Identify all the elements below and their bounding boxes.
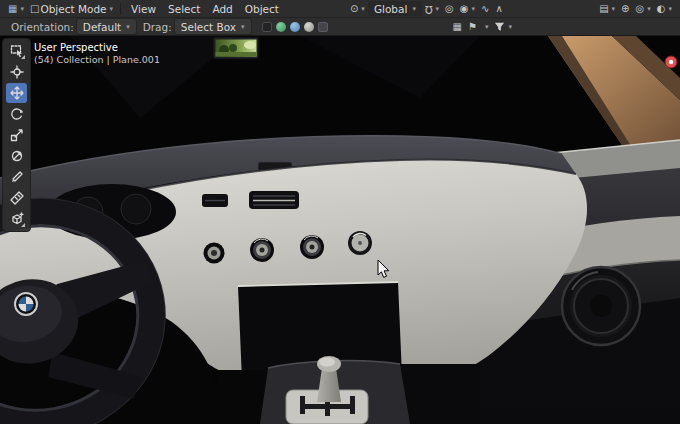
mode-sphere-gray-icon[interactable] [304,22,314,32]
divider [120,3,121,15]
chevron-down-icon: ▾ [412,5,416,13]
flag-icon: ⚑ [468,22,477,32]
knob-1[interactable] [204,243,225,264]
knob-2[interactable] [250,238,274,262]
object-mode-icon: □ [30,4,39,14]
pivot-point-button[interactable]: ⊙ ▾ [347,4,368,14]
proportional-edit-button[interactable]: ◎ [442,4,457,14]
mode-dropdown[interactable]: □ Object Mode ▾ [27,3,116,15]
mode-label: Object Mode [40,3,106,15]
visibility-dropdown[interactable]: ▤ ▾ [596,4,618,14]
editor-type-button[interactable]: ▦ ▾ [5,4,27,14]
shading-icon: ◐ [657,4,666,14]
overlays-icon: ◎ [636,4,645,14]
measure-ruler-icon [10,191,24,205]
viewport-header: ▦ ▾ □ Object Mode ▾ View Select Add Obje… [0,0,680,18]
transform-orientation-dropdown[interactable]: Global ▾ [368,1,422,16]
rotate-icon [10,107,24,121]
chevron-down-icon: ▾ [508,23,512,31]
steering-wheel-emblem[interactable] [15,293,37,315]
bookmark-button[interactable]: ⚑ [465,22,480,32]
chevron-down-icon: ▾ [361,5,365,13]
viewport-canvas[interactable] [0,36,680,424]
chevron-down-icon: ▾ [472,5,476,13]
tool-transform-button[interactable] [6,146,27,166]
gizmo-toggle-button[interactable]: ⊕ [618,4,632,14]
menu-select[interactable]: Select [162,3,206,15]
drag-select[interactable]: Select Box ▾ [174,18,252,35]
checker-toggle-button[interactable]: ▦ [450,22,465,32]
3d-viewport[interactable]: User Perspective (54) Collection | Plane… [0,36,680,424]
chevron-down-icon: ▾ [436,5,440,13]
transform-icon [10,149,24,163]
drag-label: Drag: [143,21,172,33]
filter-funnel-icon [494,21,505,32]
knob-3[interactable] [300,235,324,259]
shading-dropdown[interactable]: ◐ ▾ [654,4,675,14]
door-speaker[interactable] [562,267,640,345]
tool-add-cube-button[interactable] [6,209,27,229]
mode-sphere-green-icon[interactable] [276,22,286,32]
3d-cursor-icon [10,65,24,79]
menu-view[interactable]: View [125,3,162,15]
chevron-down-icon: ▾ [612,5,616,13]
filter-button[interactable]: ▾ [491,21,515,32]
tool-select-box-button[interactable] [6,41,27,61]
falloff-dropdown[interactable]: ◉ ▾ [457,4,478,14]
snap-angle-button[interactable]: ∧ [492,4,505,14]
tool-shelf [2,38,31,232]
mode-icon-1[interactable] [262,22,272,32]
list-dropdown[interactable]: ▾ [480,23,492,31]
menu-object[interactable]: Object [239,3,285,15]
drag-select-value: Select Box [181,21,236,33]
annotate-pencil-icon [10,170,24,184]
tool-rotate-button[interactable] [6,104,27,124]
snap-button[interactable]: Ω ▾ [422,4,442,14]
tool-annotate-button[interactable] [6,167,27,187]
overlays-dropdown[interactable]: ◎ ▾ [633,4,654,14]
mode-sphere-blue-icon[interactable] [290,22,300,32]
chevron-down-icon: ▾ [647,5,651,13]
chevron-down-icon: ▾ [485,23,489,31]
tool-cursor-button[interactable] [6,62,27,82]
chevron-down-icon: ▾ [241,23,245,31]
mode-icon-5[interactable] [318,22,328,32]
proportional-icon: ◎ [445,4,454,14]
tool-settings-bar: Orientation: Default ▾ Drag: Select Box … [0,18,680,36]
wave-icon: ∿ [481,4,489,14]
knob-4[interactable] [348,231,372,255]
add-cube-icon [10,212,24,226]
magnet-icon: Ω [425,4,433,14]
chevron-down-icon: ▾ [668,5,672,13]
notification-badge[interactable] [665,56,677,68]
tool-move-button[interactable] [6,83,27,103]
checker-icon: ▦ [453,22,462,32]
rearview-mirror[interactable] [213,37,259,59]
orientation-label: Orientation: [11,21,74,33]
tool-scale-button[interactable] [6,125,27,145]
falloff-curve-button[interactable]: ∿ [478,4,492,14]
chevron-down-icon: ▾ [126,23,130,31]
chevron-down-icon: ▾ [20,5,24,13]
chevron-down-icon: ▾ [110,5,114,13]
footwell-shadow [398,364,480,424]
orientation-value: Global [374,3,408,15]
select-box-icon [10,44,24,58]
blender-window: ▦ ▾ □ Object Mode ▾ View Select Add Obje… [0,0,680,424]
menu-add[interactable]: Add [206,3,238,15]
scale-icon [10,128,24,142]
falloff-icon: ◉ [460,4,469,14]
editor-type-icon: ▦ [8,4,17,14]
gizmo-icon: ⊕ [621,4,629,14]
move-icon [10,86,24,100]
tool-measure-button[interactable] [6,188,27,208]
orientation-select[interactable]: Default ▾ [76,18,137,35]
angle-icon: ∧ [495,4,502,14]
orientation-select-value: Default [83,21,121,33]
visibility-icon: ▤ [599,4,608,14]
pivot-icon: ⊙ [350,4,358,14]
